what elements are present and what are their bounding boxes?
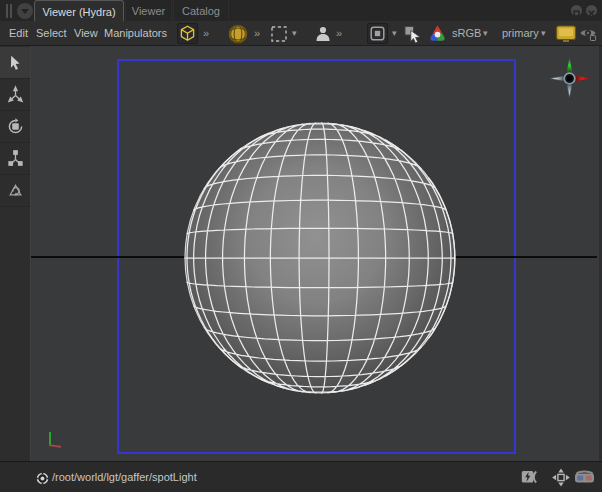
tool-column — [0, 46, 31, 461]
stereo-glasses-icon[interactable] — [574, 469, 595, 489]
axis-y-spike — [567, 58, 573, 72]
viewport-3d[interactable] — [0, 46, 602, 461]
frame-dropdown-icon[interactable]: ▾ — [392, 21, 397, 46]
shading-cube-button[interactable] — [177, 23, 198, 44]
color-space-select[interactable]: sRGB — [452, 21, 481, 46]
tab-catalog[interactable]: Catalog — [173, 0, 229, 21]
rgb-channels-icon[interactable] — [428, 24, 447, 47]
tab-viewer-hydra[interactable]: Viewer (Hydra) — [34, 0, 124, 21]
light-globe-button[interactable] — [228, 24, 248, 48]
tab-bar: Viewer (Hydra) Viewer Catalog — [0, 0, 602, 21]
location-target-icon — [36, 471, 49, 489]
axis-neg-x-spike — [550, 76, 564, 81]
status-bar: /root/world/lgt/gaffer/spotLight — [0, 461, 602, 492]
scene-canvas[interactable] — [0, 46, 602, 461]
shading-expander[interactable]: » — [203, 21, 209, 46]
monitor-display-icon[interactable] — [555, 24, 577, 48]
translate-tool-button[interactable] — [0, 79, 30, 111]
tab-label: Viewer — [132, 5, 165, 17]
menu-select[interactable]: Select — [36, 21, 67, 46]
pose-expander[interactable]: » — [336, 21, 342, 46]
pane-menu-icon[interactable] — [17, 3, 33, 19]
axis-neg-y-spike — [567, 85, 572, 98]
rotate-tool-button[interactable] — [0, 111, 30, 143]
marquee-dropdown-icon[interactable]: ▾ — [292, 21, 297, 46]
pose-person-icon[interactable] — [314, 25, 332, 47]
tab-label: Viewer (Hydra) — [42, 6, 115, 18]
menu-view[interactable]: View — [74, 21, 98, 46]
close-pane-icon[interactable] — [586, 5, 597, 16]
viewer-pane: Viewer (Hydra) Viewer Catalog Edit Selec… — [0, 0, 602, 492]
axis-x-spike — [576, 76, 590, 82]
selected-location-path[interactable]: /root/world/lgt/gaffer/spotLight — [52, 462, 197, 492]
pan-view-icon[interactable] — [549, 468, 573, 491]
tab-viewer[interactable]: Viewer — [125, 0, 172, 21]
channel-dropdown-icon[interactable]: ▾ — [541, 21, 546, 46]
axis-z-core — [567, 76, 572, 81]
sphere-geometry[interactable] — [185, 123, 455, 393]
maximize-pane-icon[interactable] — [571, 5, 582, 16]
menu-edit[interactable]: Edit — [9, 21, 28, 46]
light-expander[interactable]: » — [254, 21, 260, 46]
axis-indicator-x — [49, 445, 61, 447]
flush-flash-icon[interactable] — [521, 470, 540, 488]
tab-label: Catalog — [182, 5, 220, 17]
menu-manipulators[interactable]: Manipulators — [104, 21, 167, 46]
pane-drag-handle-icon[interactable] — [6, 4, 14, 18]
select-tool-button[interactable] — [0, 47, 30, 79]
scale-tool-button[interactable] — [0, 143, 30, 175]
frame-view-button[interactable] — [367, 23, 388, 44]
axis-compass-gizmo — [550, 58, 591, 98]
viewer-toolbar: Edit Select View Manipulators » — [0, 21, 602, 46]
eye-overlay-icon[interactable] — [579, 25, 597, 47]
snap-cursor-icon[interactable] — [403, 24, 423, 48]
orbit-tool-button[interactable] — [0, 175, 30, 207]
color-space-dropdown-icon[interactable]: ▾ — [483, 21, 488, 46]
marquee-select-icon[interactable] — [270, 25, 288, 47]
world-axis-indicator — [49, 432, 61, 447]
channel-select[interactable]: primary — [502, 21, 539, 46]
